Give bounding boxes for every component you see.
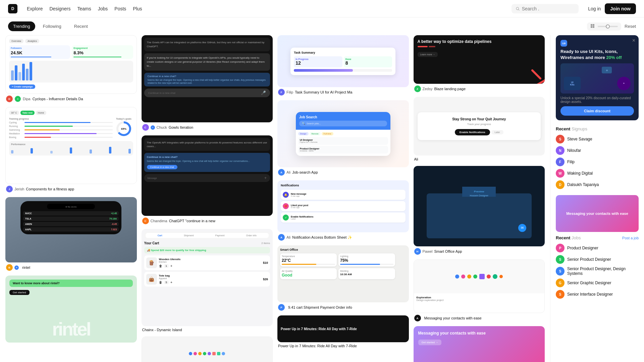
card-author: Zedsy — [423, 87, 433, 91]
sidebar-job-3[interactable]: S Senior Product Designer, Design System… — [556, 266, 639, 276]
card-envelope[interactable]: Preview Hossein Designer ✉ — [414, 166, 545, 246]
grid-toggle[interactable] — [587, 22, 621, 31]
svg-rect-4 — [591, 26, 592, 28]
item2-remove[interactable]: 🗑 — [159, 281, 162, 284]
sidebar-job-4[interactable]: G Senior Graphic Designer — [556, 279, 639, 287]
ad-visual: UIKits ✦ ⊞ — [560, 63, 634, 94]
card-smart-office[interactable]: Smart Office Temperature 22°C Lighting 7… — [277, 245, 409, 302]
nav-plus[interactable]: Plus — [133, 6, 142, 11]
sidebar-job-1[interactable]: P Product Designer — [556, 244, 639, 252]
item1-add[interactable]: + — [170, 264, 172, 268]
card-author: Chuck — [157, 125, 167, 129]
card-notification[interactable]: Notifications 🔔 New message2 min ago ❤️ … — [277, 180, 409, 232]
tab-trending[interactable]: Trending — [8, 21, 35, 31]
card-bike[interactable]: Power Up in 7 Minutes: Ride All Day with… — [277, 315, 409, 342]
join-button[interactable]: Join now — [605, 3, 636, 14]
search-input[interactable] — [522, 6, 575, 11]
continue-chat-button[interactable]: Continue in a new chat — [147, 165, 177, 169]
sidebar-user-waking[interactable]: W Waking Digital — [556, 169, 639, 178]
card-author: Jerish — [14, 187, 24, 191]
card-title: ChatGPT "continue in a new — [169, 219, 215, 223]
job-avatar: P — [556, 244, 565, 252]
messaging-title: Messaging your contacts with ease — [418, 331, 540, 336]
ad-cta-button[interactable]: Claim discount — [560, 106, 634, 116]
bike-title: Power Up in 7 Minutes: Ride All Day with… — [281, 327, 357, 331]
sidebar-user-dalsukh[interactable]: D Dalsukh Tapaniya — [556, 180, 639, 189]
ad-logo: U8 — [560, 40, 567, 47]
item2-name: Tote bag — [159, 274, 261, 277]
nav-designers[interactable]: Designers — [49, 6, 70, 11]
sidebar-job-5[interactable]: S Senior Interface Designer — [556, 290, 639, 299]
card-task-summary[interactable]: Task Summary In Progress 12 Done 8 — [277, 35, 409, 87]
card-job-search[interactable]: Job Search 🔍 Search jobs... Design Remot… — [277, 100, 409, 167]
svg-point-0 — [516, 7, 519, 9]
sidebar-user-niloufar[interactable]: N Niloufar — [556, 146, 639, 155]
card-cart[interactable]: Cart Shipment Payment Order info Your Ca… — [142, 229, 273, 326]
card-exploration[interactable]: Exploration Design exploration project — [414, 259, 545, 313]
card-author: Chandima — [151, 219, 167, 223]
user-name: Waking Digital — [567, 171, 593, 176]
list-item: Stay Strong on Your Quit Journey Track y… — [414, 97, 545, 161]
job-title: Product Designer — [567, 246, 598, 250]
cart-tab: Cart — [158, 234, 162, 237]
nav-jobs[interactable]: Jobs — [98, 6, 108, 11]
card-exploration2[interactable]: Design exploration — [142, 337, 273, 362]
later-label: Later — [491, 130, 503, 134]
nav-posts[interactable]: Posts — [114, 6, 126, 11]
avatar: A — [278, 234, 285, 241]
svg-line-1 — [519, 9, 520, 10]
card-title: Power Up in 7 Minutes: Ride All Day with… — [278, 344, 357, 348]
avatar: Z — [414, 85, 421, 92]
quit-title: Stay Strong on Your Quit Journey — [422, 117, 536, 121]
user-avatar: F — [556, 158, 565, 166]
goals-label: Today's goals — [116, 118, 131, 120]
post-job-link[interactable]: Post a job — [622, 236, 639, 240]
card-cyclops[interactable]: Overview Analytics Followers 24.5K Engag… — [5, 35, 137, 94]
filter-right: Reset — [587, 22, 636, 31]
item1-remove[interactable]: 🗑 — [159, 264, 162, 268]
card-messaging[interactable]: Messaging your contacts with ease Get st… — [414, 326, 545, 362]
item2-add[interactable]: + — [170, 281, 172, 284]
card-gowls[interactable]: The Gowls API can be integrated on platf… — [142, 35, 273, 122]
main-feed: Overview Analytics Followers 24.5K Engag… — [0, 35, 550, 362]
sidebar-user-filip[interactable]: F Filip — [556, 158, 639, 166]
enable-notif-button[interactable]: Enable Notifications — [455, 129, 490, 135]
rintel-logo: rintel — [9, 320, 133, 339]
login-button[interactable]: Log in — [588, 6, 601, 11]
blaze-headline: A better way to optimize data pipelines — [418, 39, 541, 44]
job-avatar: S — [556, 290, 565, 299]
card-chatgpt[interactable]: The OpenAI API integrates with popular p… — [142, 135, 273, 216]
full-layout: Overview Analytics Followers 24.5K Engag… — [0, 35, 644, 362]
tab-following[interactable]: Following — [38, 21, 66, 31]
grid-size-slider[interactable] — [598, 26, 618, 27]
card-fitness[interactable]: 30° C Take rest Home Training progress C… — [5, 107, 137, 184]
reset-button[interactable]: Reset — [625, 24, 636, 29]
avatar: H — [414, 248, 421, 255]
list-item: Power Up in 7 Minutes: Ride All Day with… — [277, 315, 409, 348]
logo[interactable]: D — [8, 4, 17, 13]
avatar: D — [6, 96, 13, 102]
tab-recent[interactable]: Recent — [69, 21, 93, 31]
avatar: A — [414, 315, 421, 321]
list-item: Cart Shipment Payment Order info Your Ca… — [142, 229, 273, 332]
nav-teams[interactable]: Teams — [77, 6, 91, 11]
card-blaze[interactable]: A better way to optimize data pipelines … — [414, 35, 545, 84]
sidebar-job-2[interactable]: S Senior Product Designer — [556, 255, 639, 264]
card-author: Pawel — [423, 249, 433, 253]
ad-close-button[interactable]: × — [632, 38, 635, 43]
order-tab: Order info — [246, 234, 257, 237]
auth-buttons: Log in Join now — [588, 3, 636, 14]
sidebar-user-steve[interactable]: S Steve Savage — [556, 135, 639, 143]
card-title: rintel — [22, 265, 30, 269]
card-rintel[interactable]: Want to know more about rintel? Get star… — [5, 276, 137, 343]
navigation: D Explore Designers Teams Jobs Posts Plu… — [0, 0, 644, 17]
card-title: Messaging your contacts with ease — [424, 316, 482, 320]
card-chainx[interactable]: ⊕ My stocks NVCC+2.45 TSLA79.18A AMZN-0.… — [5, 197, 137, 262]
card-title: 9.41 cart Shipment Payment Order info — [288, 305, 352, 309]
preview-messaging-card[interactable]: Messaging your contacts with ease — [556, 195, 639, 232]
list-item: Messaging your contacts with ease Get st… — [414, 326, 545, 362]
list-item: The OpenAI API integrates with popular p… — [142, 135, 273, 224]
nav-explore[interactable]: Explore — [27, 6, 43, 11]
user-name: Dalsukh Tapaniya — [567, 182, 599, 187]
card-quit[interactable]: Stay Strong on Your Quit Journey Track y… — [414, 97, 545, 156]
